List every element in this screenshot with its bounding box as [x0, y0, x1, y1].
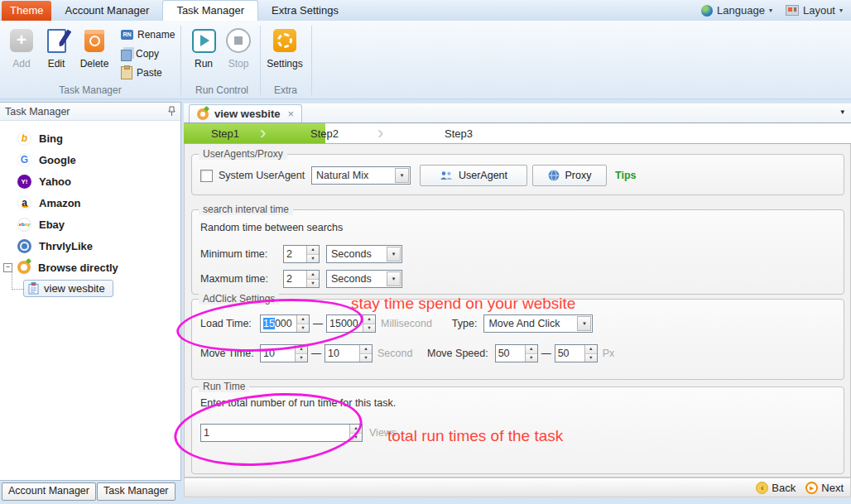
task-tree: b Bing G Google Y! Yahoo a Amazon ebay E…	[0, 121, 180, 297]
spin-up-icon[interactable]: ▲	[363, 315, 375, 324]
range-dash: —	[311, 348, 321, 359]
sidebar-bottom-tabs: Account Manager Task Manager	[2, 482, 175, 501]
main-panel: view wesbite × ▾ Step1 › Step2 › Step3 U…	[184, 103, 851, 497]
maximum-time-unit-combo[interactable]: Seconds ▾	[326, 270, 402, 288]
minimum-time-unit-combo[interactable]: Seconds ▾	[326, 245, 402, 263]
step-content: UserAgents/Proxy System UserAgent Natura…	[184, 144, 851, 478]
next-button[interactable]: Next	[821, 482, 844, 494]
combo-value: Move And Click	[484, 315, 576, 332]
close-icon[interactable]: ×	[287, 108, 294, 120]
chevron-down-icon[interactable]: ▾	[387, 247, 401, 262]
useragent-button[interactable]: UserAgent	[420, 165, 527, 186]
spin-down-icon[interactable]: ▼	[307, 280, 319, 288]
tree-item-google[interactable]: G Google	[0, 149, 180, 170]
tree-item-amazon[interactable]: a Amazon	[0, 192, 180, 214]
chevron-down-icon[interactable]: ▾	[395, 168, 409, 183]
step-progress	[184, 123, 325, 143]
spinner-value: 1	[201, 425, 349, 441]
amazon-icon: a	[17, 196, 31, 210]
spin-down-icon[interactable]: ▼	[360, 354, 372, 362]
edit-button[interactable]: Edit	[40, 26, 73, 70]
doc-tab-view-wesbite[interactable]: view wesbite ×	[189, 104, 302, 122]
titlebar: Theme Account Manager Task Manager Extra…	[0, 0, 851, 22]
pin-icon[interactable]	[168, 106, 175, 117]
step2-tab[interactable]: Step2	[310, 123, 339, 144]
runtime-description: Enter total number of run time for this …	[200, 397, 396, 409]
settings-label: Settings	[265, 58, 305, 70]
move-time-min-spinner[interactable]: 10 ▲▼	[260, 344, 308, 362]
tree-item-yahoo[interactable]: Y! Yahoo	[0, 170, 180, 192]
back-arrow-icon[interactable]: ‹	[756, 482, 768, 494]
spin-up-icon[interactable]: ▲	[585, 345, 597, 354]
wizard-footer: ‹ Back ▶ Next	[184, 478, 851, 497]
spinner-value: 10	[261, 345, 295, 362]
tree-item-ebay[interactable]: ebay Ebay	[0, 214, 180, 235]
type-label: Type:	[452, 318, 478, 329]
spin-down-icon[interactable]: ▼	[296, 354, 307, 362]
load-time-max-spinner[interactable]: 15000 ▲▼	[326, 314, 376, 333]
chevron-down-icon[interactable]: ▾	[387, 271, 401, 286]
spinner-value: 15000	[261, 315, 296, 332]
minimum-time-spinner[interactable]: 2 ▲▼	[283, 245, 320, 263]
layout-menu[interactable]: Layout ▾	[786, 4, 843, 17]
tree-item-bing[interactable]: b Bing	[0, 127, 180, 149]
paste-icon	[121, 66, 132, 79]
ebay-letter: y	[27, 222, 30, 227]
bottom-tab-task-manager[interactable]: Task Manager	[97, 482, 175, 501]
useragent-mode-combo[interactable]: Natural Mix ▾	[311, 166, 411, 185]
maximum-time-spinner[interactable]: 2 ▲▼	[283, 270, 320, 288]
load-time-min-spinner[interactable]: 15000 ▲▼	[260, 314, 310, 333]
run-count-unit: Views	[369, 427, 397, 439]
spin-down-icon[interactable]: ▼	[350, 434, 362, 442]
spin-down-icon[interactable]: ▼	[307, 255, 319, 263]
spin-up-icon[interactable]: ▲	[307, 271, 319, 280]
move-speed-max-spinner[interactable]: 50 ▲▼	[555, 344, 598, 362]
chevron-down-icon[interactable]: ▾	[577, 316, 591, 331]
delete-button[interactable]: Delete	[76, 26, 113, 70]
tab-account-manager[interactable]: Account Manager	[51, 1, 162, 21]
tab-extra-settings[interactable]: Extra Settings	[258, 1, 352, 21]
tree-item-browse-directly[interactable]: − Browse directly	[0, 257, 180, 278]
rename-button[interactable]: RN Rename	[121, 27, 175, 42]
next-arrow-icon[interactable]: ▶	[805, 482, 818, 494]
step1-tab[interactable]: Step1	[211, 123, 239, 144]
tab-theme[interactable]: Theme	[2, 1, 51, 21]
copy-button[interactable]: Copy	[121, 46, 159, 61]
step3-tab[interactable]: Step3	[445, 123, 473, 144]
spin-down-icon[interactable]: ▼	[363, 324, 375, 333]
click-type-combo[interactable]: Move And Click ▾	[483, 314, 593, 333]
spin-down-icon[interactable]: ▼	[297, 324, 309, 333]
task-manager-panel: Task Manager b Bing G Google Y! Yahoo a …	[0, 102, 181, 481]
spin-up-icon[interactable]: ▲	[296, 345, 307, 354]
proxy-button[interactable]: Proxy	[532, 165, 607, 186]
spin-up-icon[interactable]: ▲	[526, 345, 537, 354]
chevron-right-icon: ›	[377, 122, 383, 143]
useragent-button-label: UserAgent	[459, 170, 507, 181]
stop-button[interactable]: Stop	[222, 26, 255, 70]
move-speed-min-spinner[interactable]: 50 ▲▼	[495, 344, 538, 362]
move-time-max-spinner[interactable]: 10 ▲▼	[325, 344, 373, 362]
spinner-value: 10	[325, 345, 359, 362]
back-button[interactable]: Back	[772, 482, 796, 494]
spin-up-icon[interactable]: ▲	[350, 425, 362, 434]
bottom-tab-account-manager[interactable]: Account Manager	[2, 482, 96, 501]
tab-task-manager[interactable]: Task Manager	[162, 0, 258, 21]
spin-up-icon[interactable]: ▲	[297, 315, 309, 324]
adclick-settings-group: AdClick Settings Load Time: 15000 ▲▼ — 1…	[191, 299, 844, 380]
tree-item-thrvlylike[interactable]: ThrvlyLike	[0, 235, 180, 257]
language-menu[interactable]: Language ▾	[701, 4, 772, 17]
tree-child-view-wesbite[interactable]: view wesbite	[23, 280, 180, 297]
system-useragent-checkbox[interactable]	[200, 170, 213, 182]
tab-overflow-icon[interactable]: ▾	[840, 108, 844, 116]
paste-button[interactable]: Paste	[121, 65, 162, 80]
spin-down-icon[interactable]: ▼	[585, 354, 597, 362]
spin-up-icon[interactable]: ▲	[360, 345, 372, 354]
run-button[interactable]: Run	[187, 26, 220, 70]
settings-button[interactable]: Settings	[265, 26, 305, 70]
spin-down-icon[interactable]: ▼	[526, 354, 537, 362]
spin-up-icon[interactable]: ▲	[307, 246, 319, 255]
gear-icon	[273, 29, 296, 52]
tips-link[interactable]: Tips	[615, 170, 636, 181]
run-count-spinner[interactable]: 1 ▲▼	[200, 424, 363, 442]
add-button[interactable]: + Add	[5, 26, 38, 70]
